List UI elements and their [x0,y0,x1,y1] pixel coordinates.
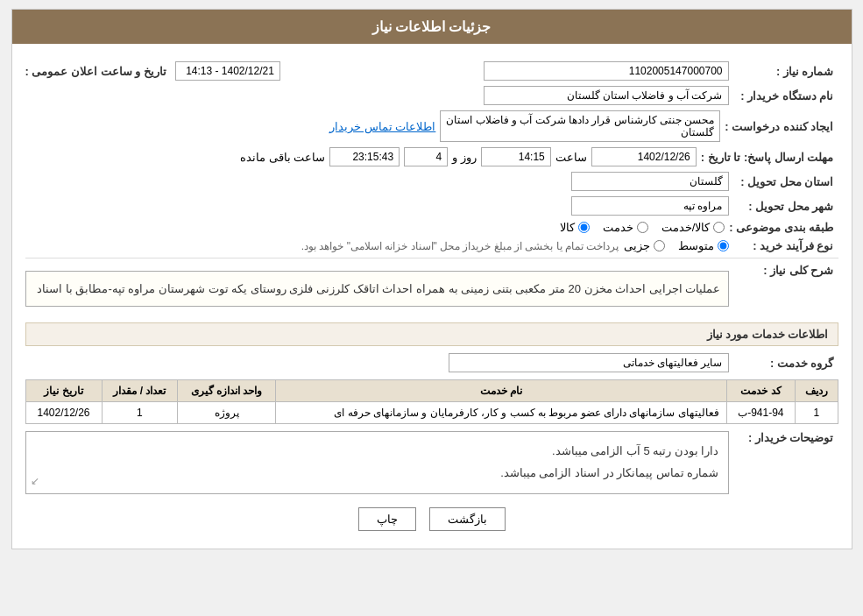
grohe-khadamat-value: سایر فعالیتهای خدماتی [449,353,729,372]
sharh-koli-value: عملیات اجرایی احداث مخزن 20 متر مکعبی بت… [25,271,729,307]
tabaqe-label: طبقه بندی موضوعی : [729,221,838,234]
mohlat-roz: 4 [404,147,448,166]
col-tarikh: تاریخ نیاز [25,380,102,402]
mohlat-date: 1402/12/26 [591,147,697,166]
services-table: ردیف کد خدمت نام خدمت واحد اندازه گیری ت… [25,379,838,424]
cell-tarikh: 1402/12/26 [25,402,102,424]
mohlat-mande: 23:15:43 [329,147,400,166]
radio-jozi-label: جزیی [624,239,650,252]
ostan-label: استان محل تحویل : [733,175,838,188]
footer-buttons: بازگشت چاپ [25,507,838,531]
nam-dastgah-label: نام دستگاه خریدار : [733,89,838,103]
khadamat-section-title: اطلاعات خدمات مورد نیاز [25,322,838,346]
toshihat-line2: شماره تماس پیمانکار در اسناد الزامی میبا… [500,466,718,479]
mohlat-roz-label: روز و [452,151,477,164]
shahr-label: شهر محل تحویل : [733,200,838,213]
col-radif: ردیف [795,380,838,402]
cell-vahed: پروژه [178,402,275,424]
radio-kala-khadamat[interactable]: کالا/خدمت [661,221,725,234]
col-kod: کد خدمت [726,380,795,402]
shomare-niaz-value: 1102005147000700 [484,61,729,81]
mohlat-mande-label: ساعت باقی مانده [240,151,325,164]
ijad-konande-label: ایجاد کننده درخواست : [725,120,838,133]
toshihat-line1: دارا بودن رتبه 5 آب الزامی میباشد. [552,444,719,457]
col-tedad: تعداد / مقدار [102,380,178,402]
radio-kala-khadamat-label: کالا/خدمت [661,221,711,234]
page-title: جزئیات اطلاعات نیاز [12,10,852,44]
table-row: 1 941-94-ب فعالیتهای سازمانهای دارای عضو… [25,402,838,424]
mohlat-saat-label: ساعت [555,151,587,164]
farayand-note: پرداخت تمام یا بخشی از مبلغ خریداز محل "… [301,240,619,252]
radio-kala-label: کالا [560,221,575,234]
tarikh-elan-value: 1402/12/21 - 14:13 [175,61,280,81]
radio-motavasset[interactable]: متوسط [678,239,729,252]
toshihat-value: دارا بودن رتبه 5 آب الزامی میباشد. شماره… [25,431,729,493]
cell-nam: فعالیتهای سازمانهای دارای عضو مربوط به ک… [275,402,726,424]
shahr-value: مراوه تپه [571,196,729,216]
noe-farayand-label: نوع فرآیند خرید : [733,239,838,252]
mohlat-saat: 14:15 [481,147,551,166]
nam-dastgah-value: شرکت آب و فاضلاب استان گلستان [484,86,729,105]
back-button[interactable]: بازگشت [429,507,506,531]
col-nam: نام خدمت [275,380,726,402]
tamas-khardar-link[interactable]: اطلاعات تماس خریدار [329,120,435,133]
cell-radif: 1 [795,402,838,424]
cell-kod: 941-94-ب [726,402,795,424]
tabaqe-radio-group: کالا/خدمت خدمت کالا [560,221,725,234]
shomare-niaz-label: شماره نیاز : [733,65,838,78]
ostan-value: گلستان [571,172,729,191]
radio-kala[interactable]: کالا [560,221,590,234]
radio-khadamat-label: خدمت [603,221,633,234]
tarikh-elan-label: تاریخ و ساعت اعلان عمومی : [25,65,171,78]
col-vahed: واحد اندازه گیری [178,380,275,402]
radio-khadamat[interactable]: خدمت [603,221,648,234]
grohe-khadamat-label: گروه خدمت : [733,357,838,370]
print-button[interactable]: چاپ [358,507,416,531]
radio-motavasset-label: متوسط [678,239,714,252]
mohlat-label: مهلت ارسال پاسخ: تا تاریخ : [701,151,838,164]
ijad-konande-value: محسن جنتی کارشناس قرار دادها شرکت آب و ف… [440,110,720,142]
cell-tedad: 1 [102,402,178,424]
toshihat-label: توضیحات خریدار : [733,431,838,444]
farayand-radio-group: متوسط جزیی [624,239,729,252]
sharh-koli-label: شرح کلی نیاز : [733,264,838,277]
radio-jozi[interactable]: جزیی [624,239,665,252]
